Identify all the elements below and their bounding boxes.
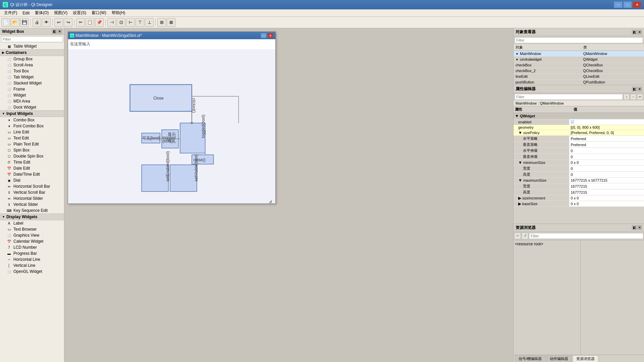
table-row[interactable]: ▼ minimumSize 0 x 0 xyxy=(514,160,644,166)
menu-settings[interactable]: 设置(S) xyxy=(70,9,89,16)
category-input-widgets[interactable]: ▼ Input Widgets xyxy=(0,110,64,117)
widget-item-combo-box[interactable]: ▾ Combo Box xyxy=(0,117,64,123)
widget-item-font-combo-box[interactable]: ▾ Font Combo Box xyxy=(0,123,64,129)
prop-value-max-size[interactable]: 16777215 x 16777215 xyxy=(569,178,644,183)
widget-item-opengl-widget[interactable]: ⬜ OpenGL Widget xyxy=(0,268,64,275)
menu-window[interactable]: 窗口(W) xyxy=(89,9,109,16)
menu-edit[interactable]: Edit xyxy=(20,10,32,16)
resource-refresh-btn[interactable]: ↺ xyxy=(522,233,528,239)
table-row[interactable]: 高度 16777215 xyxy=(514,189,644,195)
widget-item-calendar-widget[interactable]: 📅 Calendar Widget xyxy=(0,238,64,244)
widget-box-filter-input[interactable] xyxy=(1,36,63,42)
widget-item-v-line[interactable]: │ Vertical Line xyxy=(0,262,64,268)
widget-item-time-edit[interactable]: ⏱ Time Edit xyxy=(0,159,64,165)
object-inspector-float-btn[interactable]: ◧ xyxy=(632,30,637,35)
widget-item-lcd-number[interactable]: 7 LCD Number xyxy=(0,244,64,250)
toolbar-cut[interactable]: ✂ xyxy=(76,18,85,27)
widget-item-frame[interactable]: ⬜ Frame xyxy=(0,86,64,92)
table-row[interactable]: pushButton QPushButton xyxy=(514,79,644,85)
toolbar-open[interactable]: 📂 xyxy=(11,18,19,27)
widget-item-group-box[interactable]: ⬜ Group Box xyxy=(0,56,64,62)
resource-browser-float-btn[interactable]: ◧ xyxy=(632,225,637,230)
toolbar-copy[interactable]: 📋 xyxy=(86,18,94,27)
prop-value-h-stretch[interactable]: 0 xyxy=(569,148,644,154)
widget-item-label[interactable]: A Label xyxy=(0,220,64,226)
widget-item-line-edit[interactable]: ▭ Line Edit xyxy=(0,129,64,135)
toolbar-align-center[interactable]: ⊡ xyxy=(117,18,125,27)
prop-value-v-policy[interactable]: Preferred xyxy=(569,142,644,148)
widget-item-dial[interactable]: ◉ Dial xyxy=(0,177,64,183)
menu-form[interactable]: 窗体(O) xyxy=(32,9,51,16)
close-button[interactable]: ✕ xyxy=(633,1,641,8)
table-row[interactable]: ▶ baseSize 0 x 0 xyxy=(514,201,644,207)
prop-value-width-1[interactable]: 0 xyxy=(569,166,644,172)
table-row[interactable]: 垂直伸展 0 xyxy=(514,154,644,160)
toolbar-preview[interactable]: 👁 xyxy=(42,18,51,27)
resource-edit-btn[interactable]: ✏ xyxy=(514,233,521,239)
prop-value-min-size[interactable]: 0 x 0 xyxy=(569,160,644,166)
table-row[interactable]: 水平伸展 0 xyxy=(514,148,644,154)
category-containers[interactable]: ▶ Containers xyxy=(0,49,64,56)
widget-item-text-browser[interactable]: ▭ Text Browser xyxy=(0,226,64,232)
menu-help[interactable]: 帮助(H) xyxy=(109,9,128,16)
widget-item-progress-bar[interactable]: ▬ Progress Bar xyxy=(0,250,64,256)
toolbar-align-top[interactable]: ⊤ xyxy=(136,18,144,27)
table-row[interactable]: ▶ sizeIncrement 0 x 0 xyxy=(514,195,644,201)
prop-value-width-2[interactable]: 16777215 xyxy=(569,183,644,189)
table-row[interactable]: checkBox QCheckBox xyxy=(514,62,644,68)
property-editor-float-btn[interactable]: ◧ xyxy=(632,87,637,92)
toolbar-save[interactable]: 💾 xyxy=(20,18,29,27)
toolbar-grid[interactable]: ⊞ xyxy=(157,18,166,27)
designer-close-button[interactable]: ✕ xyxy=(267,33,273,38)
prop-value-v-stretch[interactable]: 0 xyxy=(569,154,644,160)
toolbar-new[interactable]: 📄 xyxy=(1,18,10,27)
toolbar-align-right[interactable]: ⊢ xyxy=(126,18,135,27)
widget-item-date-edit[interactable]: 📅 Date Edit xyxy=(0,165,64,171)
widget-item-plain-text-edit[interactable]: ▭ Plain Text Edit xyxy=(0,141,64,147)
property-remove-button[interactable]: − xyxy=(630,94,636,100)
widget-item-tool-box[interactable]: ⬜ Tool Box xyxy=(0,68,64,74)
widget-item-text-edit[interactable]: ▭ Text Edit xyxy=(0,135,64,141)
object-inspector-filter-input[interactable] xyxy=(515,37,643,43)
property-add-button[interactable]: + xyxy=(624,94,630,100)
widget-item-h-line[interactable]: ─ Horizontal Line xyxy=(0,256,64,262)
toolbar-print[interactable]: 🖨 xyxy=(33,18,41,27)
toolbar-undo[interactable]: ↩ xyxy=(54,18,63,27)
widget-item-stacked-widget[interactable]: ⬜ Stacked Widget xyxy=(0,80,64,86)
table-row[interactable]: 水平策略 Preferred xyxy=(514,136,644,142)
resource-browser-close-btn[interactable]: ✕ xyxy=(637,225,642,230)
table-row[interactable]: checkBox_2 QCheckBox xyxy=(514,68,644,74)
resource-filter-input[interactable] xyxy=(529,233,643,239)
prop-value-size-increment[interactable]: 0 x 0 xyxy=(569,195,644,201)
widget-item-v-scroll-bar[interactable]: ⇕ Vertical Scroll Bar xyxy=(0,189,64,195)
widget-item-key-sequence-edit[interactable]: ⌨ Key Sequence Edit xyxy=(0,207,64,214)
widget-item-tab-widget[interactable]: ⬜ Tab Widget xyxy=(0,74,64,80)
table-row[interactable]: ▼ centralwidget QWidget xyxy=(514,57,644,62)
tab-resource-browser[interactable]: 资源浏览器 xyxy=(573,355,598,362)
minimize-button[interactable]: ─ xyxy=(614,1,623,8)
widget-item-dock-widget[interactable]: ⬜ Dock Widget xyxy=(0,104,64,110)
widget-item-v-slider[interactable]: ⇕ Vertical Slider xyxy=(0,201,64,207)
table-row[interactable]: ▼ maximumSize 16777215 x 16777215 xyxy=(514,178,644,183)
category-display-widgets[interactable]: ▼ Display Widgets xyxy=(0,214,64,220)
toolbar-paste[interactable]: 📌 xyxy=(95,18,104,27)
table-row[interactable]: ▼ sizePolicy [Preferred, Preferred, 0, 0… xyxy=(514,130,644,136)
widget-box-float-button[interactable]: ◧ xyxy=(52,29,57,34)
tab-signal-slot[interactable]: 信号/槽编辑器 xyxy=(515,355,545,362)
prop-value-base-size[interactable]: 0 x 0 xyxy=(569,201,644,207)
resource-root-item[interactable]: <resource root> xyxy=(515,242,543,246)
widget-item-scroll-area[interactable]: ⬜ Scroll Area xyxy=(0,62,64,68)
table-row[interactable]: 宽度 0 xyxy=(514,166,644,172)
widget-item-mdi-area[interactable]: ⬜ MDI Area xyxy=(0,98,64,104)
maximize-button[interactable]: □ xyxy=(623,1,632,8)
widget-item-datetime-edit[interactable]: 📅 Date/Time Edit xyxy=(0,171,64,177)
widget-item-h-scroll-bar[interactable]: ⇔ Horizontal Scroll Bar xyxy=(0,183,64,189)
table-row[interactable]: ▼ MainWindow QMainWindow xyxy=(514,51,644,57)
table-row[interactable]: 高度 0 xyxy=(514,172,644,178)
menu-view[interactable]: 视图(V) xyxy=(51,9,70,16)
table-row[interactable]: 垂直策略 Preferred xyxy=(514,142,644,148)
tab-action-editor[interactable]: 动作编辑器 xyxy=(546,355,572,362)
designer-minimize-button[interactable]: ─ xyxy=(261,33,267,38)
designer-canvas[interactable]: Close clicked() toggled(bool) toggled (b… xyxy=(68,49,275,203)
prop-value-enabled[interactable]: ☑ xyxy=(569,119,644,125)
